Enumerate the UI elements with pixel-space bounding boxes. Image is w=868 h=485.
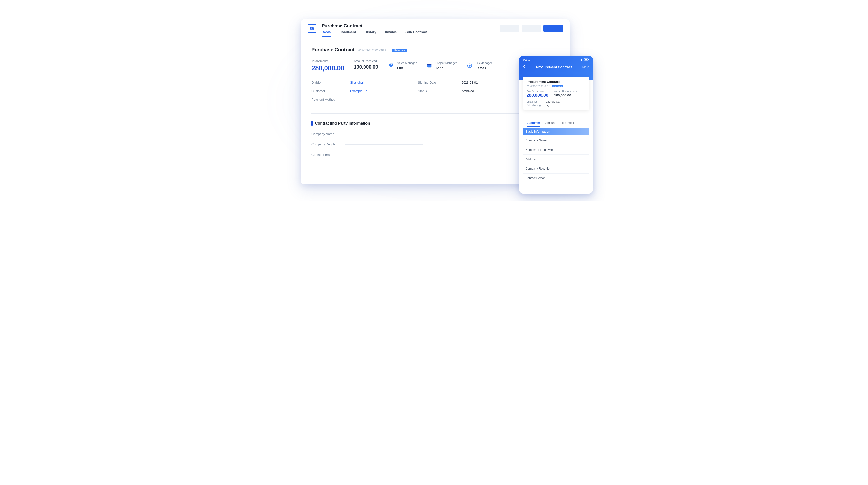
mobile-received-label: Amount Received bbox=[554, 90, 571, 92]
back-button[interactable] bbox=[523, 64, 526, 69]
tab-sub-contract[interactable]: Sub-Contract bbox=[405, 30, 427, 37]
amount-received-value: 100,000.00 bbox=[354, 64, 378, 70]
list-item[interactable]: Contact Person bbox=[523, 174, 589, 183]
mobile-customer-value: Example Co. bbox=[546, 101, 560, 103]
amount-received-label: Amount Received bbox=[354, 59, 378, 63]
svg-point-0 bbox=[392, 64, 392, 65]
company-name-input[interactable] bbox=[345, 134, 423, 134]
mobile-section-header: Basic Information bbox=[523, 128, 589, 135]
project-manager-label: Project Manager bbox=[435, 61, 457, 65]
list-item[interactable]: Company Reg. No. bbox=[523, 164, 589, 174]
cs-manager-label: CS Manager bbox=[476, 61, 492, 65]
company-name-label: Company Name bbox=[311, 132, 345, 136]
mobile-window: 09:41 Procurement Contract More bbox=[519, 56, 593, 194]
total-amount-label: Total Amount bbox=[311, 59, 344, 63]
division-value[interactable]: Shanghai bbox=[350, 81, 413, 84]
section-title: Contracting Party Information bbox=[315, 121, 370, 125]
svg-rect-7 bbox=[581, 59, 582, 61]
section-bar-icon bbox=[311, 121, 313, 126]
mobile-tab-amount[interactable]: Amount bbox=[546, 121, 555, 126]
customer-value[interactable]: Example Co. bbox=[350, 89, 413, 93]
stat-total-amount: Total Amount 280,000.00 bbox=[311, 59, 344, 72]
stat-sales-manager: Sales Manager Lily bbox=[388, 59, 416, 72]
stat-project-manager: Project Manager John bbox=[426, 59, 457, 72]
more-button[interactable]: More bbox=[583, 65, 589, 69]
mobile-stat-received: Amount Received (SGD) 100,000.00 bbox=[554, 90, 577, 98]
header-button-2[interactable] bbox=[522, 25, 541, 32]
svg-rect-10 bbox=[585, 59, 587, 60]
mobile-contract-title: Procurement Contract bbox=[527, 80, 586, 84]
svg-point-4 bbox=[469, 65, 470, 66]
page-title: Purchase Contract bbox=[321, 23, 500, 29]
mobile-total-label: Total Amount bbox=[527, 90, 539, 92]
extension-badge: Extension bbox=[392, 49, 407, 52]
tag-icon bbox=[388, 62, 394, 69]
mobile-sales-label: Sales Manager: bbox=[527, 104, 544, 107]
list-item[interactable]: Number of Employees bbox=[523, 145, 589, 154]
mobile-extension-badge: Extension bbox=[552, 85, 563, 87]
total-amount-value: 280,000.00 bbox=[311, 64, 344, 72]
status-icons bbox=[580, 58, 589, 61]
status-label: Status bbox=[418, 89, 457, 93]
box-icon bbox=[426, 62, 433, 69]
contract-id: WS-CG-202301-0019 bbox=[358, 49, 386, 52]
sales-manager-value: Lily bbox=[397, 66, 416, 70]
sales-manager-label: Sales Manager bbox=[397, 61, 416, 65]
breadcrumb: Purchase Contract WS-CG-202301-0019 Exte… bbox=[311, 47, 559, 53]
mobile-total-value: 280,000.00 bbox=[527, 93, 548, 98]
mobile-status-bar: 09:41 bbox=[523, 58, 589, 61]
mobile-contract-id: WS-CG-202301-0019 bbox=[527, 85, 550, 87]
company-reg-label: Company Reg. No. bbox=[311, 143, 345, 146]
tab-basic[interactable]: Basic bbox=[321, 30, 331, 37]
mobile-nav: Procurement Contract More bbox=[523, 64, 589, 69]
mobile-kv-sales: Sales Manager: Lily bbox=[527, 104, 586, 107]
svg-rect-6 bbox=[581, 59, 581, 61]
app-logo: EB bbox=[308, 24, 316, 33]
cs-manager-value: James bbox=[476, 66, 492, 70]
contact-person-label: Contact Person bbox=[311, 153, 345, 156]
headset-icon bbox=[466, 62, 473, 69]
mobile-list: Company Name Number of Employees Address… bbox=[523, 136, 589, 183]
mobile-tab-customer[interactable]: Customer bbox=[527, 121, 540, 126]
company-reg-input[interactable] bbox=[345, 144, 423, 145]
status-time: 09:41 bbox=[523, 58, 530, 61]
battery-icon bbox=[584, 58, 589, 61]
header-button-1[interactable] bbox=[500, 25, 519, 32]
customer-label: Customer bbox=[311, 89, 345, 93]
payment-method-label: Payment Method bbox=[311, 98, 345, 101]
contract-title: Purchase Contract bbox=[311, 47, 354, 53]
signing-date-value: 2023-01-01 bbox=[462, 81, 510, 84]
desktop-tabs: Basic Document History Invoice Sub-Contr… bbox=[321, 30, 500, 37]
division-label: Division bbox=[311, 81, 345, 84]
tab-document[interactable]: Document bbox=[339, 30, 356, 37]
mobile-summary-card: Procurement Contract WS-CG-202301-0019 E… bbox=[523, 77, 589, 110]
contact-person-input[interactable] bbox=[345, 154, 423, 155]
signal-icon bbox=[580, 58, 583, 61]
list-item[interactable]: Company Name bbox=[523, 136, 589, 145]
mobile-kv-customer: Customer : Example Co. bbox=[527, 101, 586, 103]
mobile-total-unit: (SGD) bbox=[540, 90, 545, 92]
tab-invoice[interactable]: Invoice bbox=[385, 30, 397, 37]
header-actions bbox=[500, 25, 563, 32]
tab-history[interactable]: History bbox=[365, 30, 376, 37]
mobile-received-value: 100,000.00 bbox=[554, 93, 577, 97]
mobile-nav-title: Procurement Contract bbox=[536, 65, 572, 69]
svg-rect-11 bbox=[588, 59, 589, 60]
desktop-header: EB Purchase Contract Basic Document Hist… bbox=[301, 19, 569, 37]
mobile-received-unit: (SGD) bbox=[572, 90, 577, 92]
status-value: Archived bbox=[462, 89, 510, 93]
mobile-tabs: Customer Amount Document bbox=[519, 119, 593, 126]
mobile-tab-document[interactable]: Document bbox=[561, 121, 574, 126]
svg-rect-2 bbox=[428, 64, 432, 65]
svg-rect-5 bbox=[580, 60, 580, 61]
stat-cs-manager: CS Manager James bbox=[466, 59, 492, 72]
mobile-customer-label: Customer : bbox=[527, 101, 544, 103]
mobile-sales-value: Lily bbox=[546, 104, 550, 107]
list-item[interactable]: Address bbox=[523, 154, 589, 164]
stat-amount-received: Amount Received 100,000.00 bbox=[354, 59, 378, 72]
mobile-stat-total: Total Amount (SGD) 280,000.00 bbox=[527, 90, 548, 98]
signing-date-label: Signing Date bbox=[418, 81, 457, 84]
svg-rect-8 bbox=[582, 58, 583, 61]
project-manager-value: John bbox=[435, 66, 457, 70]
header-button-primary[interactable] bbox=[544, 25, 563, 32]
